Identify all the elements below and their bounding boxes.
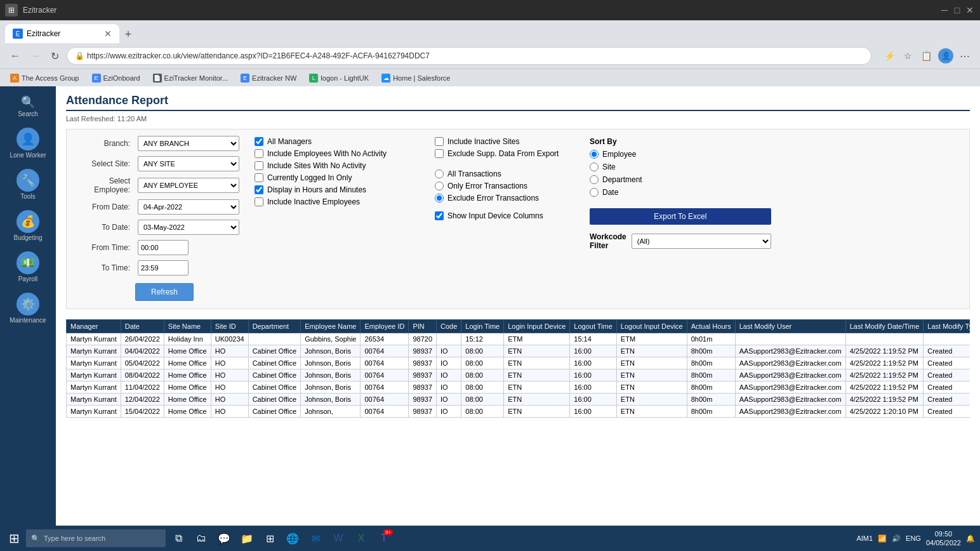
table-cell: ETM [504, 333, 570, 345]
sort-employee-radio[interactable] [590, 150, 599, 159]
collections-button[interactable]: 📋 [918, 48, 934, 63]
bookmark-salesforce[interactable]: ☁ Home | Salesforce [376, 72, 455, 84]
sort-site-radio[interactable] [590, 163, 599, 171]
workcode-section: Workcode Filter (All) [590, 232, 771, 250]
employee-select[interactable]: ANY EMPLOYEE [138, 178, 239, 193]
url-bar[interactable]: 🔒 https://www.ezitracker.co.uk/view/atte… [67, 47, 871, 65]
edge-button[interactable]: 🌐 [282, 528, 303, 548]
table-cell: Martyn Kurrant [67, 345, 121, 357]
table-cell: ETN [504, 345, 570, 357]
to-date-select[interactable]: 03-May-2022 [138, 220, 239, 235]
all-managers-checkbox[interactable] [255, 137, 263, 146]
table-cell: Holiday Inn [164, 333, 211, 345]
table-cell: 00764 [361, 382, 409, 394]
bookmark-access-group[interactable]: A The Access Group [5, 72, 84, 84]
sidebar-item-payroll[interactable]: 💵 Payroll [3, 248, 53, 286]
from-time-input[interactable] [138, 240, 189, 255]
table-container: Manager Date Site Name Site ID Departmen… [66, 314, 970, 418]
workcode-select[interactable]: (All) [632, 234, 771, 249]
filter-mid: All Managers Include Employees With No A… [255, 137, 420, 206]
new-tab-button[interactable]: + [119, 25, 137, 43]
active-tab[interactable]: E Ezitracker ✕ [5, 24, 119, 43]
branch-select[interactable]: ANY BRANCH [138, 136, 239, 151]
exclude-error-radio[interactable] [435, 194, 444, 202]
payroll-icon: 💵 [17, 251, 39, 274]
sidebar-item-tools[interactable]: 🔧 Tools [3, 165, 53, 204]
table-cell: Home Office [164, 394, 211, 406]
refresh-button[interactable]: Refresh [135, 283, 194, 301]
sidebar-item-budgeting[interactable]: 💰 Budgeting [3, 206, 53, 245]
taskbar-time-value: 09:50 [926, 529, 961, 538]
teams-badge: 9+ [383, 529, 393, 535]
sidebar-item-search[interactable]: 🔍 Search [3, 91, 53, 121]
include-sites-no-activity-checkbox[interactable] [255, 161, 263, 170]
outlook-button[interactable]: ✉ [305, 528, 326, 548]
table-cell: 00764 [361, 357, 409, 369]
table-cell: 08:00 [461, 369, 504, 382]
excel-button[interactable]: X [351, 528, 371, 548]
notification-icon[interactable]: 🔔 [966, 534, 975, 543]
sort-date-radio[interactable] [590, 188, 599, 197]
sidebar-item-maintenance[interactable]: ⚙️ Maintenance [3, 289, 53, 328]
word-button[interactable]: W [328, 528, 348, 548]
table-cell: 15:14 [570, 333, 617, 345]
all-transactions-radio[interactable] [435, 169, 444, 178]
start-button[interactable]: ⊞ [5, 529, 23, 547]
bookmark-ezitracker-monitor[interactable]: 📄 EziTracker Monitor... [148, 72, 233, 84]
include-no-activity-checkbox[interactable] [255, 149, 263, 158]
apps-button[interactable]: ⊞ [260, 528, 280, 548]
profile-avatar[interactable]: 👤 [938, 48, 953, 63]
table-cell: Created [924, 357, 970, 369]
edge-icon: 🌐 [286, 533, 299, 545]
sidebar-item-lone-worker[interactable]: 👤 Lone Worker [3, 124, 53, 163]
exclude-error-option: Exclude Error Transactions [435, 194, 574, 202]
minimize-button[interactable]: ─ [939, 5, 950, 15]
only-error-radio[interactable] [435, 182, 444, 190]
extensions-button[interactable]: ⚡ [882, 48, 897, 63]
display-hours-minutes-option: Display in Hours and Minutes [255, 185, 420, 194]
show-input-device-checkbox[interactable] [435, 211, 444, 220]
include-inactive-sites-label: Include Inactive Sites [447, 137, 519, 146]
sort-department-radio[interactable] [590, 175, 599, 184]
sidebar-label-payroll: Payroll [18, 276, 38, 282]
back-button[interactable]: ← [8, 48, 23, 64]
from-date-select[interactable]: 04-Apr-2022 [138, 199, 239, 215]
bookmark-ezitracker-nw[interactable]: E Ezitracker NW [235, 72, 301, 84]
currently-logged-in-checkbox[interactable] [255, 173, 263, 182]
exclude-supp-data-checkbox[interactable] [435, 149, 444, 158]
tab-close-button[interactable]: ✕ [104, 29, 112, 39]
include-inactive-employees-checkbox[interactable] [255, 197, 263, 206]
bookmark-eziOnboard[interactable]: E EziOnboard [87, 72, 145, 84]
sort-department-label: Department [602, 175, 642, 184]
table-cell: 12/04/2022 [121, 394, 164, 406]
table-cell: AASupport2983@Ezitracker.com [735, 345, 845, 357]
table-cell: Home Office [164, 382, 211, 394]
table-cell: Martyn Kurrant [67, 382, 121, 394]
file-explorer-button[interactable]: 📁 [237, 528, 257, 548]
include-inactive-sites-checkbox[interactable] [435, 137, 444, 146]
teams-button[interactable]: T 9+ [374, 528, 394, 548]
to-time-input[interactable] [138, 260, 189, 276]
table-cell: HO [211, 357, 248, 369]
favorites-button[interactable]: ☆ [901, 48, 915, 63]
filter-left: Branch: ANY BRANCH Select Site: ANY SITE… [76, 136, 239, 302]
taskview-button[interactable]: ⧉ [168, 528, 189, 548]
forward-button[interactable]: → [28, 48, 43, 64]
table-cell: 4/25/2022 1:19:52 PM [845, 369, 924, 382]
export-button[interactable]: Export To Excel [590, 208, 771, 225]
table-cell [437, 333, 461, 345]
bookmark-lightuk[interactable]: L logon - LightUK [304, 72, 374, 84]
close-button[interactable]: ✕ [965, 5, 975, 15]
widgets-button[interactable]: 🗂 [191, 528, 211, 548]
maximize-button[interactable]: □ [952, 5, 962, 15]
menu-button[interactable]: ⋯ [957, 48, 972, 65]
site-select[interactable]: ANY SITE [138, 156, 239, 171]
display-hours-minutes-checkbox[interactable] [255, 185, 263, 194]
refresh-nav-button[interactable]: ↻ [48, 48, 62, 65]
outlook-icon: ✉ [312, 533, 320, 545]
table-cell: 8h00m [687, 345, 735, 357]
table-cell: HO [211, 345, 248, 357]
taskbar-search[interactable]: 🔍 Type here to search [26, 529, 166, 547]
chat-button[interactable]: 💬 [214, 528, 234, 548]
table-cell: 16:00 [570, 369, 617, 382]
